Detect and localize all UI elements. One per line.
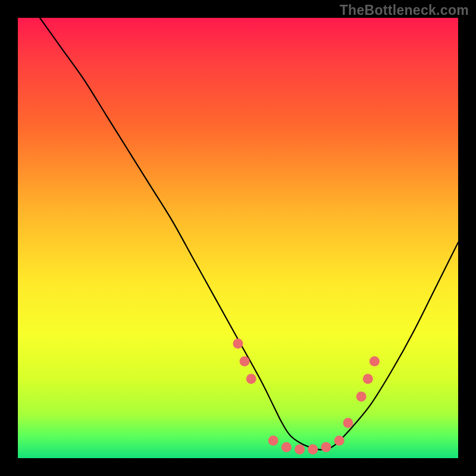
marker-dot [356,392,367,402]
marker-dot [363,374,373,384]
chart-frame: TheBottleneck.com [0,0,476,476]
plot-area [18,18,458,458]
marker-dots [233,339,380,455]
marker-dot [343,418,353,428]
marker-dot [295,444,305,455]
marker-dot [369,356,380,367]
watermark-label: TheBottleneck.com [340,2,469,18]
marker-dot [246,374,256,384]
marker-dot [321,442,331,452]
marker-dot [281,442,292,452]
curve-svg [18,18,458,458]
marker-dot [240,356,250,367]
marker-dot [268,436,278,446]
marker-dot [308,444,318,455]
curve-path [40,18,458,450]
marker-dot [233,339,243,349]
marker-dot [334,436,345,446]
